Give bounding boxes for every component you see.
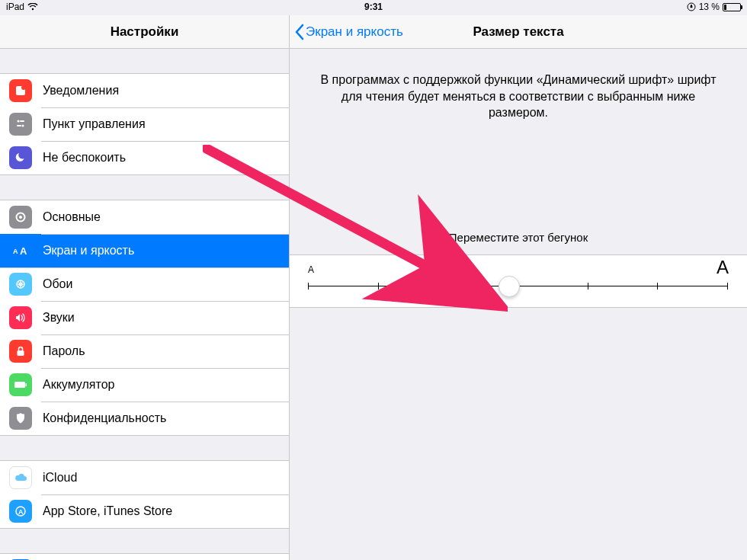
- sidebar-item-label: Пункт управления: [43, 117, 146, 131]
- gear-icon: [9, 206, 32, 229]
- sidebar-item-label: Звуки: [43, 311, 75, 325]
- sidebar-item-mail[interactable]: Почта, адреса, календари: [0, 554, 289, 560]
- sidebar-item-privacy[interactable]: Конфиденциальность: [0, 402, 289, 435]
- settings-sidebar: Настройки Уведомления Пункт управления: [0, 15, 290, 560]
- wifi-icon: [27, 3, 38, 11]
- sidebar-item-label: iCloud: [43, 471, 77, 485]
- sidebar-item-label: Уведомления: [43, 84, 119, 98]
- settings-group: iCloud A App Store, iTunes Store: [0, 460, 289, 529]
- detail-body: В программах с поддержкой функции «Динам…: [290, 49, 747, 308]
- svg-rect-4: [20, 120, 24, 122]
- svg-point-2: [21, 85, 26, 90]
- sidebar-item-stores[interactable]: A App Store, iTunes Store: [0, 494, 289, 528]
- privacy-icon: [9, 407, 32, 430]
- clock: 9:31: [364, 2, 383, 12]
- svg-text:A: A: [13, 248, 18, 255]
- sidebar-item-label: Обои: [43, 277, 72, 291]
- dnd-icon: [9, 146, 32, 169]
- text-size-slider[interactable]: [308, 286, 727, 286]
- svg-rect-18: [14, 382, 25, 388]
- small-a-label: A: [308, 264, 314, 275]
- sidebar-item-label: Аккумулятор: [43, 378, 114, 392]
- sidebar-item-icloud[interactable]: iCloud: [0, 461, 289, 494]
- sounds-icon: [9, 306, 32, 329]
- appstore-icon: A: [9, 500, 32, 523]
- slider-thumb[interactable]: [499, 276, 520, 297]
- svg-point-8: [19, 216, 22, 219]
- notifications-icon: [9, 79, 32, 102]
- slider-hint: Переместите этот бегунок: [290, 231, 747, 244]
- sidebar-title: Настройки: [111, 24, 179, 40]
- orientation-lock-icon: [687, 2, 696, 11]
- sidebar-item-label: Конфиденциальность: [43, 411, 166, 425]
- status-bar: iPad 9:31 13 %: [0, 0, 747, 15]
- sidebar-item-dnd[interactable]: Не беспокоить: [0, 141, 289, 174]
- svg-rect-17: [18, 350, 24, 356]
- battery-settings-icon: [9, 373, 32, 396]
- svg-rect-6: [17, 125, 21, 126]
- back-label: Экран и яркость: [306, 24, 403, 40]
- svg-text:A: A: [20, 245, 27, 257]
- sidebar-item-label: Основные: [43, 210, 101, 224]
- sidebar-item-label: Пароль: [43, 344, 85, 358]
- svg-text:A: A: [18, 508, 24, 516]
- sidebar-navbar: Настройки: [0, 15, 289, 49]
- sidebar-item-display[interactable]: AA Экран и яркость: [0, 234, 289, 267]
- sidebar-item-wallpaper[interactable]: Обои: [0, 267, 289, 301]
- svg-point-3: [18, 120, 20, 123]
- sidebar-item-notifications[interactable]: Уведомления: [0, 74, 289, 107]
- icloud-icon: [9, 466, 32, 489]
- big-a-label: A: [717, 257, 729, 278]
- settings-group: Основные AA Экран и яркость Обои: [0, 200, 289, 436]
- detail-title: Размер текста: [473, 24, 563, 40]
- sidebar-item-sounds[interactable]: Звуки: [0, 301, 289, 334]
- device-label: iPad: [6, 2, 24, 12]
- sidebar-item-battery[interactable]: Аккумулятор: [0, 368, 289, 402]
- svg-point-5: [22, 125, 24, 127]
- sidebar-item-label: Экран и яркость: [43, 244, 134, 258]
- sidebar-item-general[interactable]: Основные: [0, 200, 289, 234]
- wallpaper-icon: [9, 273, 32, 296]
- sidebar-item-label: Не беспокоить: [43, 151, 126, 165]
- detail-navbar: Экран и яркость Размер текста: [290, 15, 747, 49]
- settings-group: Уведомления Пункт управления Не беспокои…: [0, 73, 289, 175]
- detail-pane: Экран и яркость Размер текста В программ…: [290, 15, 747, 560]
- lock-icon: [9, 340, 32, 363]
- sidebar-item-passcode[interactable]: Пароль: [0, 334, 289, 368]
- back-button[interactable]: Экран и яркость: [294, 15, 403, 49]
- detail-description: В программах с поддержкой функции «Динам…: [290, 72, 747, 121]
- control-center-icon: [9, 113, 32, 136]
- settings-group: Почта, адреса, календари: [0, 553, 289, 560]
- display-brightness-icon: AA: [9, 239, 32, 262]
- sidebar-item-label: App Store, iTunes Store: [43, 504, 172, 518]
- battery-text: 13 %: [699, 2, 720, 12]
- chevron-left-icon: [294, 24, 304, 40]
- settings-list[interactable]: Уведомления Пункт управления Не беспокои…: [0, 73, 289, 560]
- sidebar-item-control-center[interactable]: Пункт управления: [0, 107, 289, 141]
- svg-rect-19: [26, 383, 27, 386]
- battery-icon: [723, 3, 741, 11]
- text-size-slider-card: A A: [290, 254, 747, 308]
